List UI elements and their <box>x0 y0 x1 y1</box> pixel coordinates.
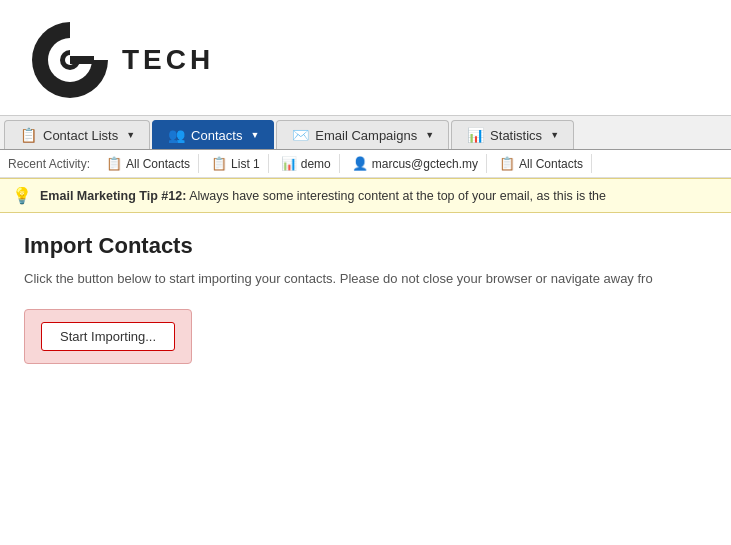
contact-lists-icon: 📋 <box>19 127 37 143</box>
import-box: Start Importing... <box>24 309 192 364</box>
nav-item-email-campaigns[interactable]: ✉️ Email Campaigns ▼ <box>276 120 449 149</box>
tip-text: Email Marketing Tip #12: Always have som… <box>40 189 606 203</box>
contacts-arrow: ▼ <box>250 130 259 140</box>
recent-link-all-contacts[interactable]: 📋 All Contacts <box>98 154 199 173</box>
main-content: Import Contacts Click the button below t… <box>0 213 731 384</box>
nav-item-contacts[interactable]: 👥 Contacts ▼ <box>152 120 274 149</box>
page-description: Click the button below to start importin… <box>24 269 707 289</box>
recent-link-all-contacts-2[interactable]: 📋 All Contacts <box>491 154 592 173</box>
logo-icon <box>30 20 110 100</box>
recent-link-marcus-label: marcus@gctech.my <box>372 157 478 171</box>
svg-rect-4 <box>70 22 110 60</box>
email-campaigns-arrow: ▼ <box>425 130 434 140</box>
page-title: Import Contacts <box>24 233 707 259</box>
logo-text: TECH <box>122 44 214 76</box>
recent-link-all-contacts-label: All Contacts <box>126 157 190 171</box>
recent-link-list1[interactable]: 📋 List 1 <box>203 154 269 173</box>
nav-item-statistics[interactable]: 📊 Statistics ▼ <box>451 120 574 149</box>
email-campaigns-icon: ✉️ <box>291 127 309 143</box>
contact-lists-arrow: ▼ <box>126 130 135 140</box>
statistics-icon: 📊 <box>466 127 484 143</box>
contacts-icon: 👥 <box>167 127 185 143</box>
recent-link-demo-icon: 📊 <box>281 156 297 171</box>
recent-link-all-contacts-2-label: All Contacts <box>519 157 583 171</box>
recent-link-marcus[interactable]: 👤 marcus@gctech.my <box>344 154 487 173</box>
nav-item-contact-lists[interactable]: 📋 Contact Lists ▼ <box>4 120 150 149</box>
recent-link-all-contacts-2-icon: 📋 <box>499 156 515 171</box>
recent-link-list1-icon: 📋 <box>211 156 227 171</box>
recent-link-marcus-icon: 👤 <box>352 156 368 171</box>
tip-bar: 💡 Email Marketing Tip #12: Always have s… <box>0 178 731 213</box>
statistics-arrow: ▼ <box>550 130 559 140</box>
nav-label-contacts: Contacts <box>191 128 242 143</box>
svg-rect-5 <box>70 56 94 64</box>
navbar: 📋 Contact Lists ▼ 👥 Contacts ▼ ✉️ Email … <box>0 115 731 150</box>
start-importing-button[interactable]: Start Importing... <box>41 322 175 351</box>
recent-link-demo[interactable]: 📊 demo <box>273 154 340 173</box>
nav-label-statistics: Statistics <box>490 128 542 143</box>
header: TECH <box>0 0 731 115</box>
recent-link-list1-label: List 1 <box>231 157 260 171</box>
tip-icon: 💡 <box>12 186 32 205</box>
logo-container: TECH <box>30 20 214 100</box>
recent-activity-bar: Recent Activity: 📋 All Contacts 📋 List 1… <box>0 150 731 178</box>
tip-plain-text: Always have some interesting content at … <box>186 189 606 203</box>
nav-label-contact-lists: Contact Lists <box>43 128 118 143</box>
tip-bold-text: Email Marketing Tip #12: <box>40 189 186 203</box>
recent-activity-label: Recent Activity: <box>8 157 90 171</box>
nav-label-email-campaigns: Email Campaigns <box>315 128 417 143</box>
recent-link-all-contacts-icon: 📋 <box>106 156 122 171</box>
recent-link-demo-label: demo <box>301 157 331 171</box>
